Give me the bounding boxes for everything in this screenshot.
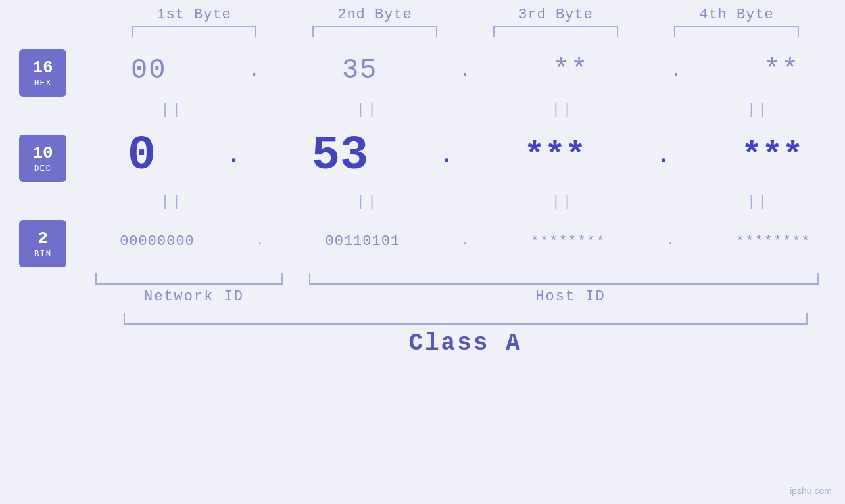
dec-d3: . [656, 143, 671, 170]
hex-v2: 35 [342, 55, 377, 86]
byte-label-4: 4th Byte [664, 7, 809, 23]
hex-d1: . [245, 60, 264, 81]
bracket-2 [312, 26, 437, 37]
byte-label-1: 1st Byte [122, 7, 266, 23]
hex-d2: . [456, 60, 475, 81]
bin-v3: ******** [531, 233, 606, 250]
dec-badge-num: 10 [32, 143, 53, 164]
eq-5: || [100, 194, 245, 210]
hex-data-row: 00 . 35 . ** . ** [85, 44, 845, 97]
main-container: 1st Byte 2nd Byte 3rd Byte 4th Byte 16 H… [0, 0, 845, 504]
eq-2: || [295, 102, 440, 118]
bracket-3 [493, 26, 618, 37]
class-bracket [124, 313, 808, 325]
bin-badge-num: 2 [37, 229, 48, 249]
network-bracket [95, 273, 283, 285]
eq-3: || [491, 102, 635, 118]
network-id-label: Network ID [85, 288, 302, 305]
dec-v2: 53 [312, 129, 368, 183]
class-section: Class A [85, 313, 845, 357]
bottom-brackets-row [85, 273, 845, 285]
dec-badge-label: DEC [34, 164, 51, 173]
eq-7: || [491, 194, 635, 210]
hex-v4: ** [763, 55, 799, 86]
bin-v2: 00110101 [325, 233, 400, 250]
hex-badge-label: HEX [34, 78, 51, 88]
eq-1: || [100, 102, 245, 118]
hex-badge-num: 16 [32, 58, 53, 78]
equals-row-2: || || || || [85, 189, 845, 215]
dec-d1: . [227, 143, 241, 170]
eq-6: || [295, 194, 440, 210]
bin-v1: 00000000 [120, 233, 195, 250]
hex-d3: . [666, 60, 686, 81]
watermark: ipshu.com [790, 486, 832, 496]
hex-v1: 00 [131, 55, 166, 86]
bracket-4 [674, 26, 799, 37]
bin-d3: . [661, 235, 681, 248]
dec-v1: 0 [128, 129, 156, 183]
bracket-1 [132, 26, 256, 37]
hex-badge: 16 HEX [19, 49, 66, 97]
eq-8: || [686, 194, 831, 210]
byte-labels-row: 1st Byte 2nd Byte 3rd Byte 4th Byte [104, 7, 827, 26]
bin-d2: . [455, 235, 475, 248]
bin-badge: 2 BIN [19, 220, 66, 267]
bin-badge-label: BIN [34, 249, 51, 259]
byte-label-2: 2nd Byte [302, 7, 447, 23]
host-id-label: Host ID [302, 288, 838, 305]
class-label: Class A [85, 330, 845, 357]
bottom-bracket-section: Network ID Host ID [85, 273, 845, 305]
dec-v3: *** [524, 137, 586, 175]
eq-4: || [686, 102, 831, 118]
top-brackets [104, 26, 827, 37]
bottom-labels-row: Network ID Host ID [85, 288, 845, 305]
host-bracket [309, 273, 819, 285]
hex-v3: ** [553, 55, 589, 86]
dec-v4: *** [742, 137, 804, 175]
bin-d1: . [250, 235, 270, 248]
byte-label-3: 3rd Byte [483, 7, 628, 23]
dec-d2: . [439, 143, 454, 170]
equals-row-1: || || || || [85, 97, 845, 123]
dec-badge: 10 DEC [19, 135, 66, 182]
dec-data-row: 0 . 53 . *** . *** [85, 123, 845, 189]
bin-v4: ******** [736, 233, 811, 250]
bin-data-row: 00000000 . 00110101 . ******** . *******… [85, 215, 845, 267]
